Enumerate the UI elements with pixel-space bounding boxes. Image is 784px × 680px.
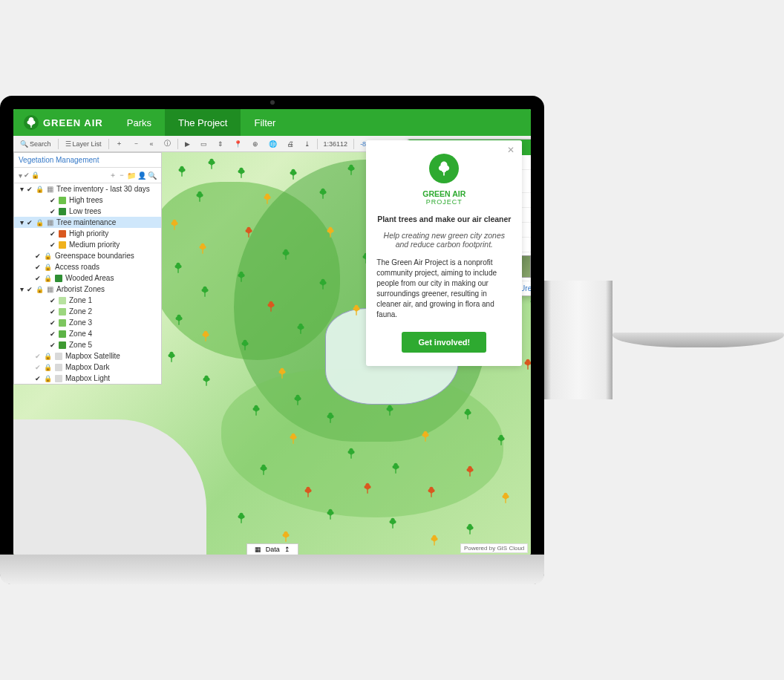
zoom-out-icon[interactable]: －	[129, 137, 143, 151]
tree-marker[interactable]	[200, 286, 210, 298]
check-icon[interactable]: ✔	[35, 353, 41, 360]
tree-marker[interactable]	[293, 394, 303, 406]
layer-item[interactable]: ▾✔🔒▦Arborist Zones	[14, 284, 161, 295]
search-button[interactable]: 🔍 Search	[16, 138, 55, 150]
tree-marker[interactable]	[288, 433, 298, 445]
check-icon[interactable]: ✔	[27, 219, 33, 226]
tree-marker[interactable]	[281, 249, 291, 261]
tree-marker[interactable]	[496, 434, 506, 446]
caret-down-icon[interactable]: ▾	[20, 285, 24, 293]
layer-item[interactable]: ✔High priority	[14, 228, 161, 239]
tree-marker[interactable]	[236, 271, 246, 283]
layer-item[interactable]: ✔🔒Access roads	[14, 261, 161, 272]
export-icon[interactable]: ⤓	[301, 138, 314, 150]
search-icon[interactable]: 🔍	[148, 171, 157, 180]
get-involved-button[interactable]: Get involved!	[402, 332, 486, 353]
tree-marker[interactable]	[325, 412, 336, 424]
check-icon[interactable]: ✔	[50, 241, 56, 249]
tree-marker[interactable]	[206, 158, 217, 170]
tree-marker[interactable]	[277, 367, 287, 379]
check-icon[interactable]: ✔	[35, 252, 41, 260]
tree-marker[interactable]	[266, 301, 276, 313]
prev-extent-icon[interactable]: «	[146, 138, 157, 150]
fullextent-icon[interactable]: ⊕	[249, 138, 262, 150]
check-icon[interactable]: ✔	[50, 208, 56, 215]
zoom-in-icon[interactable]: ＋	[112, 137, 126, 151]
caret-down-icon[interactable]: ▾	[19, 171, 22, 180]
pointer-icon[interactable]: ▶	[181, 138, 194, 150]
layer-item[interactable]: ✔Medium priority	[14, 239, 161, 250]
layer-item[interactable]: ✔🔒Mapbox Light	[14, 373, 161, 384]
tree-marker[interactable]	[388, 517, 398, 529]
check-icon[interactable]: ✔	[35, 364, 41, 371]
tree-marker[interactable]	[201, 375, 212, 387]
check-icon[interactable]: ✔	[27, 286, 33, 293]
collapse-icon[interactable]: ↥	[284, 546, 290, 553]
layer-item[interactable]: ✔Zone 2	[14, 306, 161, 317]
tree-marker[interactable]	[236, 167, 246, 179]
check-icon[interactable]: ✔	[35, 264, 41, 271]
tree-marker[interactable]	[351, 304, 362, 316]
pin-icon[interactable]: 📍	[230, 138, 246, 150]
layer-item[interactable]: ▾✔🔒▦Tree maintenance	[14, 217, 161, 228]
print-icon[interactable]: 🖨	[284, 138, 298, 150]
tree-marker[interactable]	[236, 512, 246, 524]
remove-icon[interactable]: －	[118, 170, 125, 180]
measure-icon[interactable]: ⇕	[214, 138, 227, 150]
check-icon[interactable]: ✔	[35, 375, 41, 382]
layer-item[interactable]: ✔🔒Greenspace boundaries	[14, 250, 161, 261]
nav-project[interactable]: The Project	[165, 109, 241, 136]
layer-item[interactable]: ✔🔒Wooded Areas	[14, 272, 161, 284]
tree-marker[interactable]	[200, 330, 211, 342]
tree-marker[interactable]	[391, 462, 401, 474]
tree-marker[interactable]	[426, 486, 437, 498]
globe-icon[interactable]: 🌐	[265, 138, 281, 150]
tree-marker[interactable]	[174, 314, 184, 326]
tree-marker[interactable]	[500, 492, 511, 504]
lock-icon[interactable]: 🔒	[31, 171, 39, 179]
nav-filter[interactable]: Filter	[241, 109, 289, 136]
layer-item[interactable]: ✔Zone 3	[14, 317, 161, 328]
caret-down-icon[interactable]: ▾	[20, 218, 24, 226]
brand-logo[interactable]: GREEN AIR	[13, 115, 114, 130]
tree-marker[interactable]	[385, 405, 395, 416]
powered-by[interactable]: Powered by GIS Cloud	[460, 543, 528, 553]
tree-marker[interactable]	[325, 509, 336, 520]
tree-marker[interactable]	[303, 486, 313, 498]
check-icon[interactable]: ✔	[50, 341, 56, 349]
tree-marker[interactable]	[244, 226, 254, 238]
tree-marker[interactable]	[465, 465, 475, 477]
check-icon[interactable]: ✔	[35, 275, 41, 282]
data-tab-bar[interactable]: ▦ Data ↥	[246, 543, 298, 555]
folder-icon[interactable]: 📁	[127, 171, 136, 180]
info-icon[interactable]: ⓘ	[160, 137, 174, 151]
layer-panel-title[interactable]: Vegetation Management	[14, 153, 161, 168]
check-icon[interactable]: ✔	[50, 308, 56, 316]
check-icon[interactable]: ✔	[50, 230, 56, 238]
layer-item[interactable]: ✔🔒Mapbox Satellite	[14, 350, 161, 362]
tree-marker[interactable]	[240, 339, 250, 351]
tree-marker[interactable]	[288, 169, 298, 180]
tree-marker[interactable]	[173, 262, 183, 274]
layer-item[interactable]: ✔Zone 1	[14, 295, 161, 306]
close-icon[interactable]: ✕	[507, 145, 514, 155]
tree-marker[interactable]	[529, 297, 531, 309]
layer-item[interactable]: ✔🔒Mapbox Dark	[14, 362, 161, 373]
tree-marker[interactable]	[262, 193, 272, 205]
layer-item[interactable]: ✔Low trees	[14, 206, 161, 217]
tree-marker[interactable]	[197, 243, 208, 255]
add-icon[interactable]: ＋	[109, 170, 117, 180]
layerlist-button[interactable]: ☰ Layer List	[62, 138, 105, 150]
tree-marker[interactable]	[523, 359, 531, 370]
layer-item[interactable]: ✔Zone 4	[14, 328, 161, 339]
tree-marker[interactable]	[318, 188, 328, 200]
tree-marker[interactable]	[420, 431, 431, 442]
tree-marker[interactable]	[281, 531, 291, 543]
nav-parks[interactable]: Parks	[114, 109, 165, 136]
tree-marker[interactable]	[169, 219, 180, 231]
select-rect-icon[interactable]: ▭	[197, 138, 211, 150]
tree-marker[interactable]	[295, 323, 306, 335]
tree-marker[interactable]	[346, 448, 356, 460]
check-icon[interactable]: ✔	[24, 171, 30, 179]
check-icon[interactable]: ✔	[50, 319, 56, 327]
